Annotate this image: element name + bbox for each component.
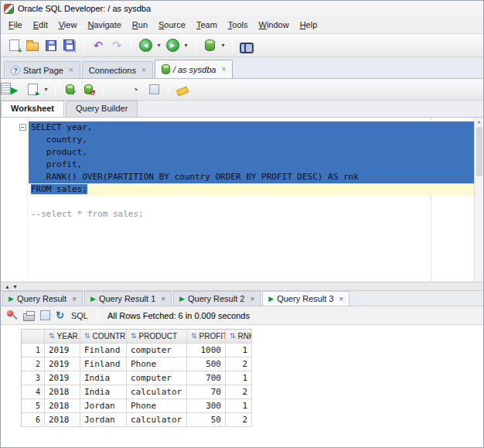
column-header-product[interactable]: ⇅PRODUCT (127, 330, 187, 344)
tab-connections[interactable]: Connections × (82, 61, 153, 78)
editor-line[interactable]: product, (29, 146, 474, 159)
menu-run[interactable]: Run (127, 18, 153, 32)
back-dropdown-icon[interactable]: ▾ (155, 42, 162, 49)
menu-tools[interactable]: Tools (223, 18, 254, 32)
explain-plan-button[interactable] (108, 81, 125, 98)
new-file-button[interactable] (5, 37, 22, 54)
close-icon[interactable]: × (161, 295, 165, 303)
collapse-up-icon[interactable]: ▲ (5, 284, 10, 289)
connections-dropdown-icon[interactable]: ▾ (220, 42, 227, 49)
collapse-down-icon[interactable]: ▼ (12, 284, 18, 289)
cell-profit[interactable]: 70 (187, 385, 226, 399)
cell-country[interactable]: Finland (80, 357, 127, 371)
forward-button[interactable]: ▶ (164, 37, 181, 54)
redo-button[interactable]: ↷ (108, 37, 125, 54)
editor-line[interactable]: RANK() OVER(PARTITION BY country ORDER B… (29, 171, 474, 183)
editor-line[interactable]: SELECT year, (29, 121, 474, 134)
cell-country[interactable]: Jordan (80, 399, 127, 413)
menu-window[interactable]: Window (253, 18, 294, 32)
cell-profit[interactable]: 300 (187, 399, 226, 413)
cell-product[interactable]: Phone (127, 357, 187, 371)
menu-help[interactable]: Help (295, 18, 323, 32)
search-button[interactable] (238, 37, 255, 54)
tab-as-sysdba[interactable]: / as sysdba × (155, 60, 233, 78)
sql-tuning-button[interactable] (145, 81, 162, 98)
cell-rnk[interactable]: 1 (226, 371, 252, 385)
close-icon[interactable]: × (221, 65, 226, 74)
menu-source[interactable]: Source (153, 18, 191, 32)
row-number[interactable]: 5 (22, 399, 45, 413)
save-all-button[interactable] (61, 37, 78, 54)
cell-profit[interactable]: 500 (187, 357, 226, 371)
row-number[interactable]: 6 (22, 413, 45, 427)
cell-country[interactable]: India (80, 385, 127, 399)
sql-toggle[interactable]: SQL (71, 311, 88, 320)
cell-product[interactable]: calculator (127, 413, 187, 427)
close-icon[interactable]: × (250, 295, 254, 303)
close-icon[interactable]: × (141, 66, 146, 74)
tab-query-result[interactable]: ▶ Query Result × (2, 291, 83, 306)
cell-product[interactable]: Phone (127, 399, 187, 413)
cell-rnk[interactable]: 2 (226, 357, 252, 371)
cell-profit[interactable]: 700 (187, 371, 226, 385)
menu-navigate[interactable]: Navigate (82, 18, 126, 32)
editor-line[interactable] (29, 196, 474, 208)
cell-profit[interactable]: 1000 (187, 344, 226, 357)
export-grid-icon[interactable] (40, 310, 50, 320)
cell-rnk[interactable]: 1 (226, 399, 252, 413)
column-header-year[interactable]: ⇅YEAR (45, 330, 80, 344)
back-button[interactable]: ◀ (137, 37, 154, 54)
run-dropdown-icon[interactable]: ▾ (43, 86, 49, 93)
column-header-profit[interactable]: ⇅PROFIT (187, 330, 226, 344)
close-icon[interactable]: × (72, 295, 77, 303)
commit-button[interactable]: ✓ (61, 81, 78, 98)
cell-profit[interactable]: 50 (187, 413, 226, 427)
menu-edit[interactable]: Edit (28, 18, 53, 32)
menu-view[interactable]: View (53, 18, 83, 32)
scroll-up-icon[interactable]: ▲ (478, 118, 481, 125)
scrollbar-thumb[interactable] (476, 127, 482, 176)
tab-query-result-2[interactable]: ▶ Query Result 2 × (173, 291, 261, 306)
cell-year[interactable]: 2018 (45, 399, 80, 413)
cell-year[interactable]: 2019 (45, 371, 80, 385)
cell-year[interactable]: 2018 (45, 385, 80, 399)
rollback-button[interactable]: ↺ (80, 81, 97, 98)
cell-year[interactable]: 2019 (45, 357, 80, 371)
editor-line[interactable]: country, (29, 134, 474, 146)
row-number[interactable]: 4 (22, 385, 45, 399)
tab-query-result-1[interactable]: ▶ Query Result 1 × (84, 291, 172, 306)
close-icon[interactable]: × (69, 66, 73, 74)
editor-current-line[interactable]: FROM sales; (29, 183, 474, 196)
run-script-button[interactable] (24, 81, 41, 98)
pin-icon[interactable] (6, 309, 18, 321)
row-number[interactable]: 2 (22, 357, 45, 371)
refresh-icon[interactable]: ↻ (56, 310, 64, 320)
editor-scrollbar[interactable]: ▲ (474, 118, 483, 282)
cell-product[interactable]: computer (127, 371, 187, 385)
open-file-button[interactable] (24, 37, 41, 54)
row-number-header[interactable] (22, 330, 45, 344)
row-number[interactable]: 1 (22, 344, 45, 357)
sql-editor[interactable]: − SELECT year, country, product, profit,… (1, 118, 483, 282)
editor-comment-line[interactable]: --select * from sales; (29, 208, 474, 221)
column-header-country[interactable]: ⇅COUNTRY (80, 330, 127, 344)
connections-button[interactable] (201, 37, 218, 54)
save-button[interactable] (43, 37, 60, 54)
tab-start-page[interactable]: ? Start Page × (4, 61, 80, 78)
cell-product[interactable]: computer (127, 344, 187, 357)
row-number[interactable]: 3 (22, 371, 45, 385)
editor-line[interactable]: profit, (29, 159, 474, 171)
panel-splitter[interactable]: ▲ ▼ (1, 282, 483, 291)
cell-rnk[interactable]: 2 (226, 413, 252, 427)
close-icon[interactable]: × (339, 295, 344, 303)
cell-country[interactable]: Finland (80, 344, 127, 357)
cell-rnk[interactable]: 1 (226, 344, 252, 357)
undo-button[interactable]: ↶ (90, 37, 107, 54)
cell-rnk[interactable]: 2 (226, 385, 252, 399)
cell-country[interactable]: India (80, 371, 127, 385)
tab-worksheet[interactable]: Worksheet (1, 101, 64, 117)
column-header-rnk[interactable]: ⇅RNK (226, 330, 252, 344)
autotrace-button[interactable]: ◔ (127, 81, 144, 98)
menu-team[interactable]: Team (191, 18, 223, 32)
cell-product[interactable]: calculator (127, 385, 187, 399)
